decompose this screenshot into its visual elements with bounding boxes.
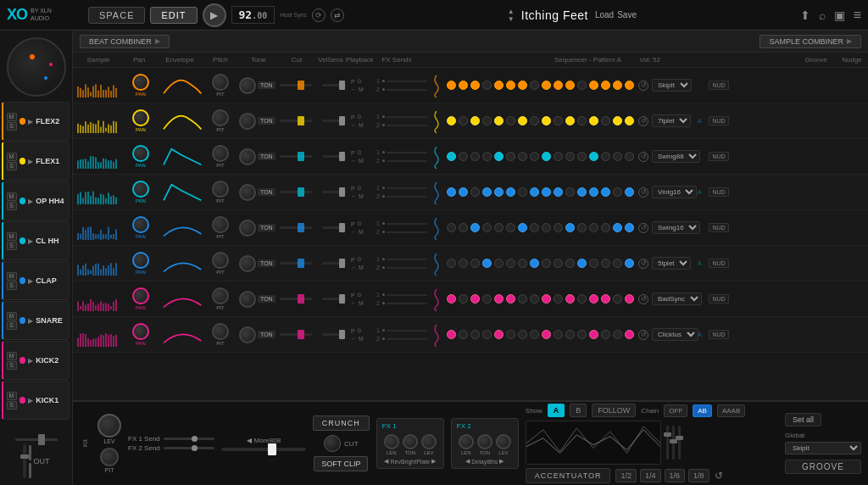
- track-fx1-4[interactable]: [387, 223, 427, 225]
- pitch-knob-1[interactable]: [212, 109, 229, 126]
- sample-combiner-button[interactable]: SAMPLE COMBINER ▶: [760, 35, 861, 48]
- seq-dot-3-12[interactable]: [589, 187, 598, 197]
- fx1-ton-knob[interactable]: [403, 434, 418, 449]
- nudge-btn-1[interactable]: NUD: [709, 116, 728, 125]
- solo-btn-3[interactable]: S: [7, 242, 17, 250]
- track-fx1-6[interactable]: [387, 294, 427, 296]
- seq-dot-4-9[interactable]: [554, 223, 563, 232]
- groove-select-1[interactable]: 7tplet: [652, 114, 691, 127]
- tone-knob-2[interactable]: [239, 148, 256, 165]
- seq-dot-3-15[interactable]: [625, 187, 634, 197]
- seq-dot-2-11[interactable]: [577, 152, 587, 161]
- seq-dot-5-3[interactable]: [482, 259, 492, 268]
- seq-dot-7-7[interactable]: [530, 330, 539, 339]
- seq-dot-0-3[interactable]: [482, 81, 492, 90]
- seq-dot-0-6[interactable]: [518, 81, 527, 90]
- cut-slider-1[interactable]: [280, 120, 312, 122]
- seq-dot-0-12[interactable]: [589, 81, 598, 90]
- tone-knob-3[interactable]: [239, 184, 256, 201]
- seq-dot-2-13[interactable]: [601, 152, 610, 161]
- seq-dot-7-1[interactable]: [459, 330, 468, 339]
- seq-dot-3-6[interactable]: [518, 187, 527, 197]
- pan-knob-7[interactable]: [132, 323, 149, 340]
- loop-icon-4[interactable]: ↺: [637, 221, 650, 235]
- seq-dot-2-6[interactable]: [518, 152, 527, 161]
- seq-dot-6-6[interactable]: [518, 294, 527, 304]
- frac-1-4-button[interactable]: 1/4: [640, 469, 661, 482]
- loop-icon-6[interactable]: ↺: [637, 293, 650, 306]
- solo-btn-6[interactable]: S: [7, 361, 17, 370]
- master-level-slider[interactable]: [15, 438, 58, 441]
- nudge-btn-0[interactable]: NUD: [709, 81, 728, 90]
- seq-dot-1-6[interactable]: [518, 116, 527, 125]
- seq-dot-4-11[interactable]: [577, 223, 587, 232]
- seq-dot-1-9[interactable]: [554, 116, 563, 125]
- cut-slider-5[interactable]: [280, 262, 312, 265]
- seq-dot-3-13[interactable]: [601, 187, 610, 197]
- tone-knob-0[interactable]: [239, 77, 256, 94]
- groove-select-5[interactable]: 5tplet: [652, 257, 691, 270]
- seq-dot-1-0[interactable]: [447, 116, 456, 125]
- seq-dot-5-8[interactable]: [542, 259, 551, 268]
- cut-knob[interactable]: [324, 435, 341, 452]
- sync-icon[interactable]: ⟳: [312, 8, 326, 22]
- tone-knob-6[interactable]: [239, 291, 256, 308]
- seq-dot-2-14[interactable]: [613, 152, 622, 161]
- seq-dot-1-15[interactable]: [625, 116, 634, 125]
- seq-dot-4-6[interactable]: [518, 223, 527, 232]
- show-a-button[interactable]: A: [548, 404, 565, 417]
- more808-slider[interactable]: [221, 448, 306, 451]
- mute-btn-1[interactable]: M: [7, 153, 17, 161]
- frac-1-2-button[interactable]: 1/2: [615, 469, 637, 482]
- seq-dot-5-12[interactable]: [589, 259, 598, 268]
- chain-off-button[interactable]: OFF: [664, 404, 687, 417]
- pan-knob-2[interactable]: [132, 145, 149, 162]
- vel-slider-0[interactable]: [322, 84, 346, 86]
- seq-dot-6-8[interactable]: [542, 294, 551, 304]
- mute-btn-6[interactable]: M: [7, 352, 17, 360]
- seq-dot-0-4[interactable]: [494, 81, 504, 90]
- seq-dot-1-5[interactable]: [506, 116, 515, 125]
- track-fx2-7[interactable]: [387, 338, 427, 340]
- seq-dot-0-5[interactable]: [506, 81, 515, 90]
- vel-slider-4[interactable]: [322, 226, 346, 229]
- seq-dot-3-14[interactable]: [613, 187, 622, 197]
- seq-dot-6-5[interactable]: [506, 294, 515, 304]
- pan-knob-1[interactable]: [132, 109, 149, 126]
- groove-select-6[interactable]: BadSync: [652, 293, 702, 305]
- vel-slider-2[interactable]: [322, 155, 346, 158]
- seq-dot-7-9[interactable]: [554, 330, 563, 339]
- seq-dot-3-5[interactable]: [506, 187, 515, 197]
- vel-slider-3[interactable]: [322, 191, 346, 193]
- pitch-knob-3[interactable]: [212, 181, 229, 198]
- acc-slider-3[interactable]: [678, 426, 681, 460]
- mute-btn-2[interactable]: M: [7, 192, 17, 201]
- seq-dot-5-9[interactable]: [554, 259, 563, 268]
- seq-dot-2-3[interactable]: [482, 152, 492, 161]
- load-button[interactable]: Load: [595, 10, 614, 20]
- seq-dot-1-4[interactable]: [494, 116, 504, 125]
- seq-dot-5-5[interactable]: [506, 259, 515, 268]
- seq-dot-0-15[interactable]: [625, 81, 634, 90]
- seq-dot-7-10[interactable]: [565, 330, 575, 339]
- seq-dot-5-6[interactable]: [518, 259, 527, 268]
- frac-1-8-button[interactable]: 1/8: [688, 469, 709, 482]
- loop-icon-7[interactable]: ↺: [637, 328, 650, 342]
- set-all-button[interactable]: Set all: [785, 413, 821, 426]
- seq-dot-7-0[interactable]: [447, 330, 456, 339]
- nudge-btn-6[interactable]: NUD: [709, 294, 728, 304]
- mute-btn-7[interactable]: M: [7, 392, 17, 400]
- waveform-3[interactable]: [76, 181, 120, 204]
- nudge-btn-4[interactable]: NUD: [709, 223, 728, 232]
- pitch-knob-7[interactable]: [212, 323, 229, 340]
- seq-dot-5-0[interactable]: [447, 259, 456, 268]
- mute-btn-0[interactable]: M: [7, 113, 17, 121]
- seq-dot-7-12[interactable]: [589, 330, 598, 339]
- seq-dot-5-11[interactable]: [577, 259, 587, 268]
- seq-dot-3-10[interactable]: [565, 187, 575, 197]
- tone-knob-5[interactable]: [239, 255, 256, 272]
- loop-icon-3[interactable]: ↺: [637, 186, 650, 199]
- seq-dot-6-9[interactable]: [554, 294, 563, 304]
- seq-dot-4-8[interactable]: [542, 223, 551, 232]
- menu-icon[interactable]: ≡: [854, 8, 861, 23]
